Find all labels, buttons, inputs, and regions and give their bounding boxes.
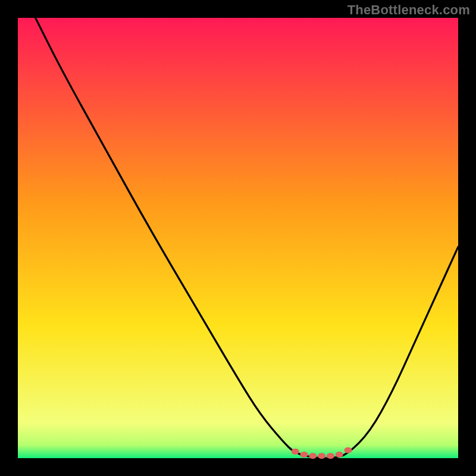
- optimal-marker: [300, 452, 308, 458]
- watermark-text: TheBottleneck.com: [347, 2, 470, 18]
- chart-frame: TheBottleneck.com: [0, 0, 476, 476]
- optimal-marker: [309, 453, 317, 459]
- optimal-marker: [336, 452, 343, 458]
- optimal-marker: [318, 453, 325, 459]
- bottleneck-chart: [0, 0, 476, 476]
- optimal-marker: [292, 449, 299, 455]
- optimal-marker: [345, 447, 352, 453]
- optimal-marker: [327, 453, 334, 459]
